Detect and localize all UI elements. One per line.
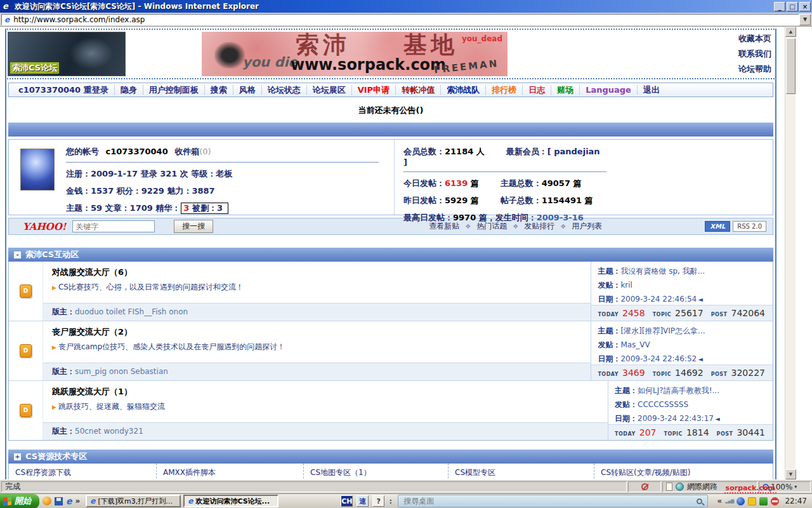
subforum-cell: AMXX插件脚本 今日贴：6 主题贴：1099 发贴总数：6930	[156, 464, 303, 479]
language-indicator[interactable]: CH	[341, 495, 353, 507]
last-topic-link[interactable]: [灌水][推荐]VIP怎么拿...	[620, 326, 705, 335]
last-topic-link[interactable]: 我沒有資格做 sp, 我辭...	[620, 267, 705, 276]
section-title[interactable]: CS资源技术专区	[25, 451, 87, 462]
help-link[interactable]: 论坛帮助	[738, 62, 771, 77]
last-poster-link[interactable]: Mas_VV	[620, 340, 650, 349]
avatar[interactable]	[20, 149, 55, 190]
nav-ranking[interactable]: 排行榜	[486, 85, 523, 95]
ime-help-button[interactable]: ?	[372, 495, 384, 507]
diamond-icon: ❖	[560, 223, 566, 230]
keyword-input[interactable]	[72, 220, 155, 232]
nav-relogin[interactable]: c1073370040 重登录	[13, 85, 115, 95]
last-topic-line: 主题：如何LJ?請高手教教我!...	[615, 385, 773, 396]
subforum-link[interactable]: CS程序资源下载	[15, 467, 150, 478]
collapse-icon[interactable]: -	[14, 251, 21, 258]
ime-indicator[interactable]: 速	[357, 495, 369, 507]
goto-last-post-icon[interactable]: ◄	[698, 356, 703, 363]
system-tray: « ▂▄▆ 22:47	[713, 494, 812, 508]
nav-vip-apply[interactable]: VIP申请	[352, 85, 396, 95]
close-button[interactable]: ×	[799, 2, 811, 11]
nav-search[interactable]: 搜索	[205, 85, 233, 95]
yesterday-posts-label: 昨日发帖：	[403, 196, 445, 205]
nav-language[interactable]: Language	[580, 85, 638, 95]
goto-last-post-icon[interactable]: ◄	[715, 415, 720, 422]
inbox-link[interactable]: 收件箱	[174, 147, 199, 156]
moderator-names[interactable]: sum_pig onon Sebastian	[75, 367, 168, 376]
last-poster-link[interactable]: CCCCCSSSSS	[638, 400, 688, 409]
zoom-dropdown-icon[interactable]: ▾	[794, 484, 797, 490]
ie-task-icon: e	[188, 497, 193, 505]
favorite-link[interactable]: 收藏本页	[738, 31, 771, 46]
forum-title-link[interactable]: 跳跃服交流大厅（1）	[52, 386, 608, 398]
start-button[interactable]: 開始	[0, 494, 39, 508]
xml-badge[interactable]: XML	[705, 221, 730, 232]
save-icon[interactable]	[55, 497, 63, 505]
last-topic-link[interactable]: 如何LJ?請高手教教我!...	[638, 386, 719, 395]
scroll-down-button[interactable]: ▼	[785, 469, 796, 479]
quicklaunch-overflow-icon[interactable]: »	[75, 497, 81, 505]
forum-row: D 跳跃服交流大厅（1） ▶跳跃技巧、捉迷藏、躲猫猫交流 版主：50cnet w…	[9, 381, 773, 440]
subforum-link[interactable]: CS地图专区（1）	[310, 467, 442, 478]
contact-link[interactable]: 联系我们	[738, 46, 771, 62]
diamond-icon: ❖	[513, 223, 518, 230]
rss-badge[interactable]: RSS 2.0	[733, 221, 766, 232]
topics-line: 主题：59 文章：1709 精华：3 被删：3	[66, 203, 394, 214]
desktop-search-input[interactable]	[403, 497, 693, 505]
taskbar-window-button-active[interactable]: e 欢迎访问索沛CS论坛...	[183, 495, 278, 507]
restore-button[interactable]: □	[787, 2, 798, 11]
subforum-link[interactable]: CS模型专区	[455, 467, 587, 478]
nav-clan[interactable]: 索沛战队	[441, 85, 486, 95]
moderator-names[interactable]: 50cnet wondy321	[75, 427, 143, 436]
nav-forum-zone[interactable]: 论坛展区	[307, 85, 352, 95]
subforum-link[interactable]: AMXX插件脚本	[163, 467, 297, 478]
goto-last-post-icon[interactable]: ◄	[698, 296, 703, 303]
nav-invisible[interactable]: 隐身	[115, 85, 143, 95]
post-ranking-link[interactable]: 发贴排行	[524, 221, 554, 232]
nav-forum-status[interactable]: 论坛状态	[262, 85, 307, 95]
ie-quicklaunch-icon[interactable]: e	[66, 497, 72, 505]
messenger-tray-icon[interactable]	[737, 497, 745, 505]
new-posts-link[interactable]: 查看新贴	[429, 221, 459, 232]
address-input[interactable]: e http://www.sorpack.com/index.asp	[1, 14, 799, 25]
user-list-link[interactable]: 用户列表	[572, 221, 602, 232]
vertical-scrollbar[interactable]: ▲ ▼	[785, 27, 796, 479]
section-title[interactable]: 索沛CS互动区	[25, 249, 79, 260]
search-button[interactable]: 搜一搜	[174, 220, 213, 233]
nav-casino[interactable]: 赌场	[551, 85, 580, 95]
last-poster-link[interactable]: kril	[620, 281, 632, 290]
nav-blog[interactable]: 日志	[523, 85, 551, 95]
moderators-line: 版主：duoduo toilet FISh__Fish onon	[43, 303, 591, 321]
scroll-up-button[interactable]: ▲	[785, 27, 796, 37]
nav-transfer[interactable]: 转帐冲值	[396, 85, 441, 95]
forum-logo-image[interactable]: 索沛CS论坛	[8, 32, 126, 76]
banner-image[interactable]: 索沛 基地 you_dead you die www.sorpack.com F…	[202, 32, 508, 76]
tray-collapse-icon[interactable]: «	[717, 497, 722, 505]
topics-prefix: 主题：59 文章：1709 精华：	[66, 203, 180, 213]
clock[interactable]: 22:47	[785, 497, 807, 505]
forum-title-link[interactable]: 丧尸服交流大厅（2）	[52, 326, 591, 338]
address-dropdown-button[interactable]: ▼	[799, 14, 811, 25]
nav-control-panel[interactable]: 用户控制面板	[143, 85, 205, 95]
windows-flag-icon	[3, 497, 11, 506]
scrollbar-thumb[interactable]	[786, 38, 796, 94]
moderators-line: 版主：50cnet wondy321	[43, 422, 608, 440]
subforum-link[interactable]: CS转贴区(文章/视频/贴图)	[601, 467, 766, 478]
minimize-button[interactable]: _	[774, 2, 785, 11]
nav-logout[interactable]: 退出	[638, 85, 665, 95]
nav-style[interactable]: 风格	[233, 85, 262, 95]
moderator-names[interactable]: duoduo toilet FISh__Fish onon	[75, 307, 188, 316]
taskbar-window-button[interactable]: e [下载]双m3,打尸打到50...	[86, 495, 181, 507]
antivirus-tray-icon[interactable]	[759, 497, 768, 505]
search-magnifier-icon[interactable]	[697, 498, 702, 504]
band-handle[interactable]: ▴▾	[390, 498, 391, 504]
account-label: 您的帐号	[66, 147, 99, 156]
disconnected-tray-icon[interactable]	[771, 497, 779, 505]
forum-title-link[interactable]: 对战服交流大厅（6）	[52, 267, 591, 278]
today-posts-label: 今日发帖：	[403, 178, 445, 188]
network-signal-icon[interactable]: ▂▄▆	[725, 498, 733, 504]
hot-topics-link[interactable]: 热门话题	[476, 221, 507, 232]
ime-tray-icon[interactable]	[748, 497, 756, 505]
board-stats-panel: 会员总数：21184 人最新会员：[ pandejian ] 今日发帖：6139…	[395, 140, 773, 215]
launcher-icon[interactable]	[43, 497, 51, 505]
expand-icon[interactable]: +	[14, 453, 21, 460]
